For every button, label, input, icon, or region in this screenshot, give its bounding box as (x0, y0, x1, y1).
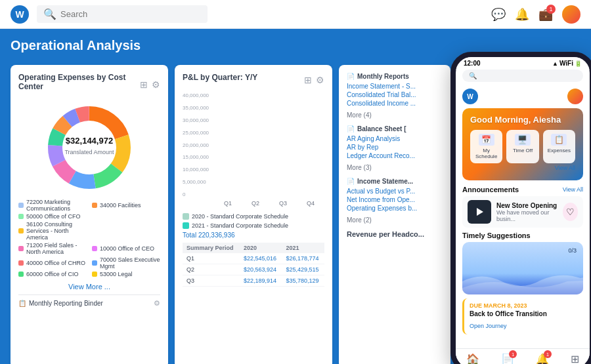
bell-badge: 1 (544, 350, 552, 358)
quick-actions: 📅 My Schedule 🖥️ Time Off 📋 Expenses (470, 130, 575, 163)
view-all-link[interactable]: View All (470, 165, 575, 171)
legend-item: 34000 Facilities (92, 199, 160, 212)
grid-icon[interactable]: ⊞ (140, 79, 148, 90)
legend-item: 53000 Legal (92, 271, 160, 277)
balance-sheet-section: 📄 Balance Sheet [ AR Aging Analysis AR b… (347, 125, 443, 172)
legend-item: 60000 Office of CIO (18, 271, 87, 277)
phone-status-bar: 12:00 ▲ WiFi 🔋 (456, 57, 590, 70)
income-link-3[interactable]: Operating Expenses b... (347, 205, 443, 212)
donut-card-icons: ⊞ ⚙ (140, 79, 160, 90)
report-link-1[interactable]: Income Statement - S... (347, 83, 443, 90)
announcement-content: New Store Opening We have moved our busi… (496, 202, 558, 222)
balance-link-1[interactable]: AR Aging Analysis (347, 135, 443, 142)
user-avatar[interactable] (562, 5, 580, 24)
bar-legend: 2020 - Standard Corporate Schedule (183, 213, 324, 220)
nav-icons: 💬 🔔 💼 1 (491, 5, 580, 24)
bell-icon[interactable]: 🔔 (515, 7, 529, 22)
legend-item: 50000 Office of CFO (18, 213, 87, 220)
legend-item: 72200 Marketing Communications (18, 199, 87, 212)
income-link-1[interactable]: Actual vs Budget vs P... (347, 188, 443, 195)
svg-text:Translated Amount: Translated Amount (64, 149, 114, 155)
phone-signal: ▲ WiFi 🔋 (552, 60, 582, 67)
more-balance: More (3) (347, 164, 372, 171)
bar-card-header: P&L by Quarter: Y/Y ⊞ ⚙ (183, 73, 324, 87)
legend-grid: 72200 Marketing Communications 34000 Fac… (18, 199, 160, 277)
table-row: Q3 $22,189,914 $35,780,129 (183, 275, 324, 287)
phone-time: 12:00 (464, 60, 481, 67)
legend-2020: 2020 - Standard Corporate Schedule (183, 213, 288, 220)
gear-icon[interactable]: ⚙ (316, 75, 324, 85)
suggestions-counter: 0/3 (568, 247, 577, 254)
total-line: Total 220,336,936 (183, 232, 324, 239)
doc-badge: 1 (509, 350, 517, 358)
announcement-title: New Store Opening (496, 202, 558, 209)
greeting-card: Good Morning, Aiesha 📅 My Schedule 🖥️ Ti… (462, 108, 583, 180)
bottom-nav-bell[interactable]: 🔔 1 (536, 353, 549, 364)
reports-card: 📄 Monthly Reports Income Statement - S..… (339, 65, 450, 364)
svg-text:$32,144,972: $32,144,972 (66, 136, 113, 146)
announcements-header: Announcements View All (456, 186, 590, 193)
income-title: 📄 Income Stateme... (347, 178, 443, 185)
phone-search-icon: 🔍 (469, 72, 477, 79)
donut-container: $32,144,972 Translated Amount (18, 102, 160, 193)
income-icon: 📄 (347, 178, 355, 185)
col-2020: 2020 (240, 243, 282, 253)
search-icon: 🔍 (43, 8, 56, 20)
bottom-nav-home[interactable]: 🏠 (466, 353, 479, 364)
binder-settings-icon[interactable]: ⚙ (154, 299, 160, 308)
gear-icon[interactable]: ⚙ (152, 79, 160, 90)
due-title: Back to Office Transition (470, 310, 578, 317)
income-link-2[interactable]: Net Income from Ope... (347, 196, 443, 203)
bottom-nav-doc[interactable]: 📄 1 (501, 353, 514, 364)
expenses-action[interactable]: 📋 Expenses (543, 130, 575, 163)
search-input[interactable] (60, 9, 201, 19)
phone-bottom-nav: 🏠 📄 1 🔔 1 ⊞ (456, 348, 590, 364)
col-2021: 2021 (282, 243, 324, 253)
phone-workday-logo: W (462, 89, 478, 104)
legend-2021: 2021 - Standard Corporate Schedule (183, 222, 288, 229)
doc-icon: 📄 (347, 73, 355, 80)
table-row: Q2 $20,563,924 $25,429,515 (183, 264, 324, 275)
my-schedule-action[interactable]: 📅 My Schedule (470, 130, 502, 163)
report-link-2[interactable]: Consolidated Trial Bal... (347, 91, 443, 98)
grid-icon[interactable]: ⊞ (304, 75, 312, 85)
report-link-3[interactable]: Consolidated Income ... (347, 100, 443, 107)
play-icon (477, 208, 483, 216)
monthly-reports-section: 📄 Monthly Reports Income Statement - S..… (347, 73, 443, 120)
more-income: More (2) (347, 216, 372, 224)
suggestions-header: Timely Suggestions (456, 232, 590, 239)
time-off-action[interactable]: 🖥️ Time Off (506, 130, 538, 163)
monthly-binder: 📋 Monthly Reporting Binder ⚙ (18, 294, 160, 308)
bar-chart-area (214, 92, 324, 197)
suggestions-title: Timely Suggestions (462, 232, 531, 239)
expenses-icon: 📋 (551, 134, 567, 146)
announcements-title: Announcements (462, 186, 519, 193)
greeting-text: Good Morning, Aiesha (470, 115, 575, 125)
bar-card-icons: ⊞ ⚙ (304, 75, 324, 85)
phone-header: W (456, 86, 590, 108)
bar-labels: Q1Q2Q3Q4 (214, 200, 324, 207)
bottom-nav-grid[interactable]: ⊞ (571, 353, 579, 364)
phone-overlay: 12:00 ▲ WiFi 🔋 🔍 W Good Morning, Aiesha … (450, 52, 591, 364)
due-card: DUE MARCH 8, 2023 Back to Office Transit… (462, 298, 583, 334)
heart-icon[interactable]: ♡ (563, 203, 578, 221)
bar-card-title: P&L by Quarter: Y/Y (183, 73, 257, 82)
briefcase-icon[interactable]: 💼 1 (538, 7, 553, 22)
announcements-view-all[interactable]: View All (563, 186, 583, 193)
view-more-link[interactable]: View More ... (18, 283, 160, 291)
phone-user-avatar[interactable] (567, 89, 583, 104)
bar-wrapper: 40,000,000 35,000,000 30,000,000 25,000,… (183, 92, 324, 211)
table-row: Q1 $22,545,016 $26,178,774 (183, 253, 324, 264)
balance-link-3[interactable]: Ledger Account Reco... (347, 152, 443, 159)
binder-icon: 📋 (18, 300, 26, 307)
chat-icon[interactable]: 💬 (491, 7, 506, 22)
legend-item: 70000 Sales Executive Mgmt (92, 256, 160, 270)
donut-chart: $32,144,972 Translated Amount (43, 102, 135, 193)
due-date: DUE MARCH 8, 2023 (470, 302, 578, 309)
col-period: Summary Period (183, 243, 240, 253)
schedule-icon: 📅 (479, 134, 494, 146)
open-journey-link[interactable]: Open Journey (470, 323, 507, 329)
phone-search-bar[interactable]: 🔍 (462, 70, 583, 82)
search-bar[interactable]: 🔍 (37, 5, 208, 23)
balance-link-2[interactable]: AR by Rep (347, 144, 443, 151)
